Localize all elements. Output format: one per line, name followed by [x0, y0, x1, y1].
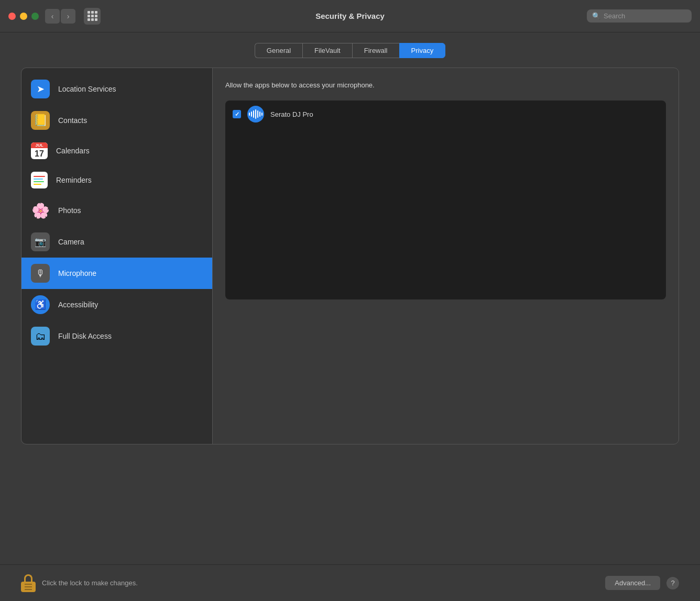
sidebar-item-reminders[interactable]: Reminders — [21, 165, 212, 195]
search-input[interactable] — [604, 12, 686, 20]
serato-app-icon — [247, 106, 264, 123]
forward-icon: › — [67, 12, 70, 20]
nav-buttons: ‹ › — [45, 9, 75, 24]
minimize-button[interactable] — [20, 13, 27, 20]
right-panel: Allow the apps below to access your micr… — [213, 68, 679, 444]
window-title: Security & Privacy — [315, 12, 385, 20]
reminders-icon — [31, 172, 48, 188]
sidebar-item-calendars[interactable]: JUL 17 Calendars — [21, 136, 212, 165]
maximize-button[interactable] — [31, 13, 39, 20]
lock-text: Click the lock to make changes. — [42, 579, 138, 587]
sidebar-label-contacts: Contacts — [58, 116, 87, 125]
tab-general[interactable]: General — [255, 43, 302, 58]
advanced-button[interactable]: Advanced... — [605, 576, 660, 590]
help-button[interactable]: ? — [666, 577, 679, 589]
grid-button[interactable] — [84, 8, 101, 25]
sidebar-item-location[interactable]: ➤ Location Services — [21, 73, 212, 105]
tabs-bar: General FileVault Firewall Privacy — [21, 43, 679, 58]
sidebar-item-camera[interactable]: 📷 Camera — [21, 226, 212, 258]
calendars-icon: JUL 17 — [31, 142, 48, 159]
sidebar-label-photos: Photos — [58, 206, 81, 215]
content-panel: ➤ Location Services 📒 Contacts JUL 17 Ca… — [21, 68, 679, 444]
lock-icon[interactable] — [21, 574, 36, 592]
description-text: Allow the apps below to access your micr… — [225, 81, 666, 90]
sidebar-label-location: Location Services — [58, 85, 116, 93]
search-icon: 🔍 — [592, 12, 600, 20]
app-checkbox-serato[interactable]: ✓ — [233, 110, 241, 118]
window-controls — [8, 13, 39, 20]
camera-icon: 📷 — [31, 232, 50, 251]
search-box[interactable]: 🔍 — [587, 9, 692, 23]
sidebar-label-calendars: Calendars — [56, 147, 90, 155]
close-button[interactable] — [8, 13, 16, 20]
location-icon: ➤ — [31, 80, 50, 98]
tab-filevault[interactable]: FileVault — [302, 43, 352, 58]
titlebar: ‹ › Security & Privacy 🔍 — [0, 0, 700, 32]
forward-button[interactable]: › — [61, 9, 75, 24]
photos-icon: 🌸 — [31, 201, 50, 220]
tab-privacy[interactable]: Privacy — [399, 43, 446, 58]
sidebar: ➤ Location Services 📒 Contacts JUL 17 Ca… — [21, 68, 213, 444]
list-item[interactable]: ✓ Serato DJ Pro — [225, 101, 666, 128]
back-button[interactable]: ‹ — [45, 9, 60, 24]
sidebar-item-microphone[interactable]: 🎙 Microphone — [21, 258, 212, 289]
sidebar-label-microphone: Microphone — [58, 269, 96, 277]
microphone-icon: 🎙 — [31, 264, 50, 283]
sidebar-label-accessibility: Accessibility — [58, 300, 98, 309]
sidebar-label-camera: Camera — [58, 238, 84, 246]
sidebar-item-accessibility[interactable]: ♿ Accessibility — [21, 289, 212, 320]
accessibility-icon: ♿ — [31, 295, 50, 314]
sidebar-item-contacts[interactable]: 📒 Contacts — [21, 105, 212, 136]
contacts-icon: 📒 — [31, 111, 50, 130]
sidebar-label-reminders: Reminders — [56, 176, 92, 184]
main-content: General FileVault Firewall Privacy ➤ Loc… — [0, 32, 700, 564]
checkmark-icon: ✓ — [235, 111, 239, 118]
sidebar-item-photos[interactable]: 🌸 Photos — [21, 195, 212, 226]
sidebar-item-fulldisk[interactable]: 🗂 Full Disk Access — [21, 320, 212, 352]
serato-waveform-icon — [249, 109, 262, 119]
fulldisk-icon: 🗂 — [31, 327, 50, 346]
apps-list: ✓ Serato DJ Pro — [225, 101, 666, 299]
app-name-serato: Serato DJ Pro — [270, 110, 313, 118]
grid-icon — [88, 11, 97, 21]
tab-firewall[interactable]: Firewall — [352, 43, 399, 58]
back-icon: ‹ — [51, 12, 54, 20]
sidebar-label-fulldisk: Full Disk Access — [58, 332, 112, 340]
bottom-bar: Click the lock to make changes. Advanced… — [0, 564, 700, 601]
